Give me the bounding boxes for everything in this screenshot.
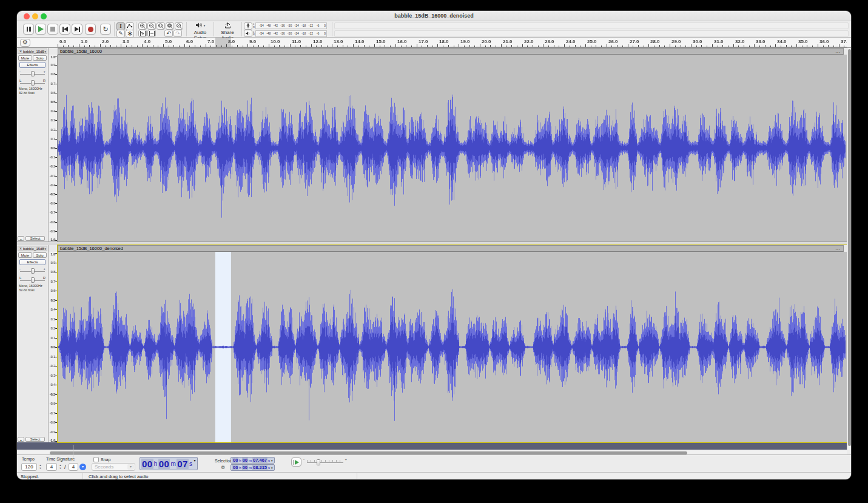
pencil-icon: ✎ [118, 31, 123, 36]
tempo-input[interactable]: 120 [21, 463, 37, 471]
multi-tool-button[interactable]: ∗ [126, 30, 134, 38]
pan-slider-thumb[interactable] [31, 277, 35, 283]
zoom-to-selection-button[interactable] [156, 22, 165, 30]
vertical-scale-ruler[interactable] [49, 55, 58, 241]
record-button[interactable] [85, 24, 96, 35]
select-track-button[interactable]: Select [25, 437, 45, 442]
vertical-scale-ruler[interactable] [49, 252, 58, 442]
undo-button[interactable]: ↶ [164, 30, 173, 37]
solo-button[interactable]: Solo [33, 55, 47, 61]
time-signature-separator: / [64, 464, 66, 470]
waveform-zone: babble_15dB_16000 … [58, 48, 847, 241]
tempo-label: Tempo [22, 457, 35, 461]
time-signature-stepper[interactable]: ▲▼ [58, 463, 63, 471]
pan-slider-thumb[interactable] [31, 80, 35, 86]
main-toolbar: ↻ I ✎ ∗ ↶ ↷ ▾ Audio Setup S [17, 21, 851, 38]
toolbar-divider [214, 22, 214, 36]
pan-slider[interactable]: L R [19, 79, 46, 86]
snap-checkbox[interactable] [93, 457, 99, 462]
play-speed-slider[interactable]: - + [303, 457, 347, 467]
clip-header[interactable]: babble_15dB_16000 … [58, 48, 844, 55]
time-signature-lower-dropdown[interactable]: ▾ [79, 464, 86, 470]
effects-button[interactable]: Effects [19, 62, 45, 68]
recording-meter[interactable]: LR -54-48-42-36-30-24-18-12-60 [244, 22, 327, 30]
playback-state: Stopped. [21, 474, 39, 479]
waveform-canvas[interactable] [58, 252, 847, 442]
trim-audio-button[interactable] [138, 30, 147, 37]
zoom-in-button[interactable] [138, 22, 147, 30]
zoom-in-icon [140, 23, 146, 29]
pause-button[interactable] [23, 24, 34, 35]
horizontal-scrollbar-thumb[interactable] [50, 451, 687, 454]
time-signature-lower-value: 4 [69, 463, 78, 471]
gain-slider-thumb[interactable] [31, 268, 35, 274]
redo-button[interactable]: ↷ [173, 30, 182, 37]
meter-channel-labels: LR [253, 23, 255, 29]
track-menu-caret-icon[interactable]: ▾ [44, 247, 47, 251]
track-name[interactable]: babble_15dB [23, 247, 44, 251]
timeline-ruler[interactable] [58, 38, 847, 47]
play-at-speed-button[interactable] [291, 457, 301, 467]
fit-project-button[interactable] [166, 22, 174, 30]
mute-button[interactable]: Mute [18, 252, 32, 258]
clip-menu-icon[interactable]: … [835, 248, 843, 250]
chevron-down-icon: ▾ [127, 464, 134, 470]
play-button[interactable] [35, 24, 46, 35]
speaker-icon [195, 22, 203, 29]
track-menu-caret-icon[interactable]: ▾ [44, 50, 47, 53]
speed-slider-thumb[interactable] [317, 459, 320, 465]
selection-settings-gear-icon[interactable]: ⚙ [221, 465, 225, 470]
tempo-stepper[interactable]: ▲▼ [38, 463, 43, 471]
close-track-icon[interactable]: × [18, 49, 23, 53]
trim-icon [140, 31, 146, 36]
zoom-selection-icon [158, 23, 164, 29]
close-track-icon[interactable]: × [18, 246, 23, 251]
selection-tool-button[interactable]: I [116, 22, 125, 30]
track-header[interactable]: × babble_15dB ▾ [18, 49, 47, 54]
mute-button[interactable]: Mute [18, 55, 32, 61]
gain-slider[interactable]: - + [19, 267, 46, 274]
skip-to-end-button[interactable] [72, 24, 82, 35]
solo-button[interactable]: Solo [33, 252, 47, 258]
stop-icon [50, 27, 55, 32]
time-signature-upper-input[interactable]: 4 [46, 463, 57, 471]
pause-icon [27, 27, 31, 32]
pan-slider[interactable]: L R [19, 276, 46, 283]
gain-slider-thumb[interactable] [31, 71, 35, 76]
track-control-panel: × babble_15dB ▾ Mute Solo Effects - + L [17, 48, 49, 241]
zoom-toggle-button[interactable] [175, 22, 183, 30]
gain-min-label: - [19, 267, 21, 271]
loop-button[interactable]: ↻ [100, 24, 111, 35]
stop-button[interactable] [47, 24, 58, 35]
collapse-track-button[interactable]: ▴ [18, 236, 24, 241]
zoom-out-button[interactable] [147, 22, 156, 30]
horizontal-scrollbar[interactable] [17, 450, 847, 454]
speaker-small-icon [244, 30, 252, 37]
selection-end-display[interactable]: 00h00m08.215s▾ [230, 464, 275, 471]
gain-slider[interactable]: - + [19, 70, 46, 76]
collapse-track-button[interactable]: ▴ [18, 437, 24, 442]
toolbar-divider [114, 22, 115, 36]
select-track-button[interactable]: Select [25, 236, 45, 241]
skip-to-start-icon [62, 27, 68, 32]
vertical-scrollbar[interactable] [847, 48, 851, 450]
title-bar[interactable]: babble_15dB_16000_denoised [17, 11, 851, 21]
skip-to-start-button[interactable] [59, 24, 70, 35]
selection-start-display[interactable]: 00h00m07.467s▾ [230, 457, 275, 464]
timeline-options-button[interactable]: ⚙ [20, 39, 30, 47]
audio-position-display[interactable]: 00h00m07s▾ [140, 457, 198, 470]
effects-button[interactable]: Effects [19, 259, 45, 265]
pan-left-label: L [19, 79, 21, 83]
silence-audio-button[interactable] [147, 30, 156, 37]
waveform-canvas[interactable] [58, 55, 847, 241]
snap-mode-dropdown[interactable]: Seconds ▾ [92, 463, 135, 471]
playback-meter[interactable]: LR -54-48-42-36-30-24-18-12-60 [244, 30, 327, 37]
track-name[interactable]: babble_15dB [23, 50, 44, 53]
vertical-scrollbar-thumb[interactable] [848, 49, 851, 446]
track-header[interactable]: × babble_15dB ▾ [18, 246, 47, 251]
speed-max-label: + [345, 457, 347, 461]
draw-tool-button[interactable]: ✎ [116, 30, 125, 38]
envelope-icon [127, 24, 133, 29]
clip-menu-icon[interactable]: … [835, 50, 843, 53]
clip-header[interactable]: babble_15dB_16000_denoised … [58, 245, 844, 252]
